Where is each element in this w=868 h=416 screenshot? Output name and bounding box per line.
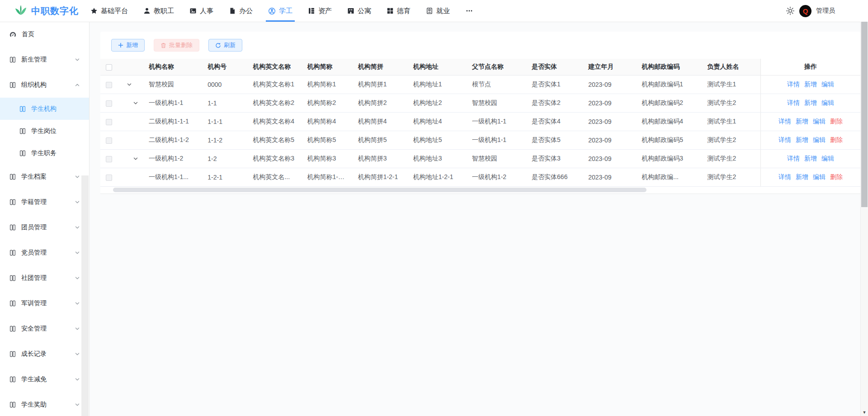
sidebar-item[interactable]: 军训管理 xyxy=(0,291,89,316)
row-action-add[interactable]: 新增 xyxy=(796,118,808,125)
page-scrollbar-thumb[interactable] xyxy=(861,22,868,207)
cell-short_name: 机构简称4 xyxy=(302,113,353,131)
org-table: 机构名称机构号机构英文名称机构简称机构简拼机构地址父节点名称是否实体建立年月机构… xyxy=(100,59,860,187)
sidebar-subitem[interactable]: 学生机构 xyxy=(0,98,89,120)
row-action-edit[interactable]: 编辑 xyxy=(821,155,834,162)
cell-code: 1-2 xyxy=(202,150,247,168)
sidebar-item-label: 社团管理 xyxy=(21,274,47,282)
sidebar-item-label: 组织机构 xyxy=(21,81,47,89)
cell-address: 机构地址5 xyxy=(408,131,467,150)
brand[interactable]: 中职数字化 xyxy=(0,5,83,18)
expand-row-arrow-icon[interactable] xyxy=(133,100,138,106)
nav-item[interactable]: 公寓 xyxy=(347,0,371,22)
sidebar-item[interactable]: 组织机构 xyxy=(0,72,89,98)
nav-item-label: 人事 xyxy=(200,7,213,15)
admin-label[interactable]: 管理员 xyxy=(816,7,835,15)
sidebar-item-label: 学生奖助 xyxy=(21,401,47,409)
row-action-delete[interactable]: 删除 xyxy=(830,136,843,143)
row-action-add[interactable]: 新增 xyxy=(804,155,817,162)
org-name: 一级机构1-1 xyxy=(149,99,183,107)
sidebar-item[interactable]: 党员管理 xyxy=(0,240,89,265)
sidebar-item-label: 学生档案 xyxy=(21,173,47,181)
sidebar-item[interactable]: 学生档案 xyxy=(0,164,89,189)
top-navbar: 中职数字化 基础平台教职工人事办公学工资产公寓德育就业 Q 管理员 xyxy=(0,0,868,22)
refresh-button[interactable]: 刷新 xyxy=(208,39,242,52)
sidebar-item[interactable]: 学籍管理 xyxy=(0,189,89,215)
sidebar-item[interactable]: 社团管理 xyxy=(0,265,89,291)
ellipsis-icon xyxy=(465,7,473,14)
sidebar-item[interactable]: 安全管理 xyxy=(0,316,89,341)
menu-book-icon xyxy=(19,128,26,135)
row-action-delete[interactable]: 删除 xyxy=(830,173,843,180)
nav-item[interactable]: 办公 xyxy=(229,0,253,22)
moral-grid-icon xyxy=(387,7,394,14)
sidebar-subitem[interactable]: 学生职务 xyxy=(0,142,89,164)
row-action-edit[interactable]: 编辑 xyxy=(813,136,826,143)
row-action-detail[interactable]: 详情 xyxy=(787,99,800,106)
nav-item[interactable]: 德育 xyxy=(387,0,410,22)
settings-gear-icon[interactable] xyxy=(786,6,795,15)
menu-book-icon xyxy=(9,56,16,63)
cell-zip: 机构邮政编码1 xyxy=(636,76,702,94)
row-action-detail[interactable]: 详情 xyxy=(778,173,791,180)
page-scrollbar-down-arrow[interactable]: ▼ xyxy=(861,410,868,415)
nav-item[interactable]: 人事 xyxy=(189,0,213,22)
nav-item[interactable]: 学工 xyxy=(268,0,292,22)
row-checkbox[interactable] xyxy=(106,100,112,107)
cell-owner: 测试学生2 xyxy=(702,168,761,187)
cell-pinyin: 机构简拼2 xyxy=(353,94,408,113)
row-action-delete[interactable]: 删除 xyxy=(830,118,843,125)
sidebar-subitem[interactable]: 学生岗位 xyxy=(0,120,89,142)
row-checkbox[interactable] xyxy=(106,82,112,88)
sidebar-subitem-label: 学生机构 xyxy=(31,105,57,113)
row-checkbox[interactable] xyxy=(106,175,112,181)
app-root: 中职数字化 基础平台教职工人事办公学工资产公寓德育就业 Q 管理员 首页新生管理… xyxy=(0,0,868,416)
row-actions-cell: 详情新增编辑 xyxy=(761,76,860,94)
row-checkbox[interactable] xyxy=(106,119,112,125)
navbar-right: Q 管理员 xyxy=(786,5,868,17)
row-action-detail[interactable]: 详情 xyxy=(787,155,800,162)
row-action-edit[interactable]: 编辑 xyxy=(821,99,834,106)
sidebar-scrollbar[interactable] xyxy=(81,175,89,416)
sidebar-item[interactable]: 团员管理 xyxy=(0,215,89,240)
nav-item[interactable]: 教职工 xyxy=(143,0,174,22)
row-action-add[interactable]: 新增 xyxy=(796,136,808,143)
nav-item[interactable]: 就业 xyxy=(426,0,450,22)
column-header: 操作 xyxy=(761,59,860,76)
expand-row-arrow-icon[interactable] xyxy=(127,82,132,87)
expand-row-arrow-icon[interactable] xyxy=(133,156,138,161)
row-action-detail[interactable]: 详情 xyxy=(787,80,800,88)
sidebar-item[interactable]: 首页 xyxy=(0,22,89,47)
nav-more-button[interactable] xyxy=(465,0,473,22)
row-checkbox[interactable] xyxy=(106,137,112,144)
nav-item-label: 就业 xyxy=(436,7,450,15)
row-action-detail[interactable]: 详情 xyxy=(778,136,791,143)
table-horizontal-scrollbar-thumb[interactable] xyxy=(113,188,646,192)
row-checkbox[interactable] xyxy=(106,156,112,162)
nav-item[interactable]: 基础平台 xyxy=(90,0,128,22)
row-action-add[interactable]: 新增 xyxy=(804,99,817,106)
row-action-edit[interactable]: 编辑 xyxy=(813,118,826,125)
row-action-add[interactable]: 新增 xyxy=(796,173,808,180)
row-action-detail[interactable]: 详情 xyxy=(778,118,791,125)
nav-item-label: 德育 xyxy=(397,7,410,15)
nav-item[interactable]: 资产 xyxy=(308,0,332,22)
row-action-edit[interactable]: 编辑 xyxy=(821,80,834,88)
batch-delete-button[interactable]: 批量删除 xyxy=(154,39,199,52)
row-checkbox-cell xyxy=(100,76,123,94)
select-all-checkbox[interactable] xyxy=(106,64,112,71)
cell-zip: 机构邮政编码5 xyxy=(636,131,702,150)
table-row: 智慧校园0000机构英文名称1机构简称1机构简拼1机构地址1根节点是否实体120… xyxy=(100,76,860,94)
sidebar-item[interactable]: 新生管理 xyxy=(0,47,89,72)
row-action-add[interactable]: 新增 xyxy=(804,80,817,88)
cell-code: 1-2-1 xyxy=(202,168,247,187)
org-name: 一级机构1-2 xyxy=(149,155,183,163)
add-button[interactable]: 新增 xyxy=(111,39,145,52)
star-icon xyxy=(90,7,98,14)
sidebar-item[interactable]: 成长记录 xyxy=(0,341,89,367)
avatar[interactable]: Q xyxy=(799,5,811,17)
sidebar-item[interactable]: 学生奖助 xyxy=(0,392,89,416)
row-action-edit[interactable]: 编辑 xyxy=(813,173,826,180)
column-header: 机构号 xyxy=(202,59,247,76)
sidebar-item[interactable]: 学生减免 xyxy=(0,367,89,392)
